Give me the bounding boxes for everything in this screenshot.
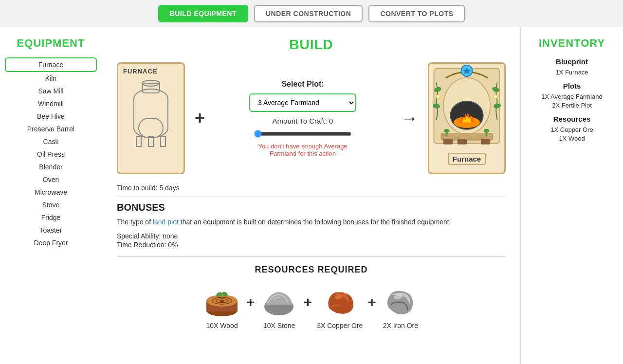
arrow-icon: → (401, 108, 418, 128)
equipment-item-toaster[interactable]: Toaster (5, 224, 97, 237)
svg-point-24 (444, 129, 450, 133)
wood-svg (204, 286, 240, 318)
time-reduction-line: Time Reduction: 0% (117, 241, 506, 249)
land-plot-link[interactable]: land plot (153, 218, 179, 226)
build-area: FURNACE + (117, 62, 506, 174)
equipment-item-cask[interactable]: Cask (5, 135, 97, 148)
special-ability-line: Special Ability: none (117, 232, 506, 240)
equipment-item-blender[interactable]: Blender (5, 161, 97, 173)
wood-icon (202, 285, 241, 319)
equipment-item-oil-press[interactable]: Oil Press (5, 148, 97, 161)
inventory-title: INVENTORY (526, 37, 618, 50)
bonuses-title: BONUSES (117, 202, 506, 213)
svg-rect-5 (161, 137, 165, 146)
resources-row: 10X Wood + 10X Stone + (117, 285, 506, 329)
center-content: BUILD FURNACE (102, 27, 521, 364)
svg-rect-1 (142, 83, 160, 93)
bonuses-section: BONUSES The type of land plot that an eq… (117, 202, 506, 249)
equipment-item-sawmill[interactable]: Saw Mill (5, 85, 97, 97)
svg-rect-20 (443, 139, 453, 145)
divider-2 (117, 256, 506, 257)
equipment-item-microwave[interactable]: Microwave (5, 186, 97, 199)
equipment-sidebar: EQUIPMENT Furnace Kiln Saw Mill Windmill… (0, 27, 102, 364)
plot-select[interactable]: 3 Average Farmland 1 Fertile Plot (249, 93, 356, 112)
equipment-item-beehive[interactable]: Bee Hive (5, 110, 97, 123)
resources-section: RESOURCES REQUIRED (117, 265, 506, 329)
plot-item-1: 2X Fertile Plot (526, 102, 618, 109)
select-plot-label: Select Plot: (281, 80, 324, 89)
stone-svg (261, 286, 297, 318)
inv-resource-0: 1X Copper Ore (526, 126, 618, 133)
plus-icon-2: + (304, 294, 312, 310)
time-to-build: Time to build: 5 days (117, 184, 506, 192)
divider-1 (117, 197, 506, 197)
plus-icon: + (195, 108, 205, 128)
resources-section-title: Resources (526, 115, 618, 123)
wood-label: 10X Wood (206, 322, 238, 329)
build-equipment-button[interactable]: BUILD EQUIPMENT (158, 5, 248, 22)
svg-rect-3 (136, 137, 141, 146)
build-title: BUILD (117, 37, 506, 53)
equipment-item-deep-fryer[interactable]: Deep Fryer (5, 237, 97, 249)
equipment-item-kiln[interactable]: Kiln (5, 72, 97, 85)
blueprint-label: FURNACE (123, 68, 158, 75)
equipment-list: Furnace Kiln Saw Mill Windmill Bee Hive … (5, 57, 97, 249)
equipment-item-stove[interactable]: Stove (5, 199, 97, 211)
equipment-item-furnace[interactable]: Furnace (5, 57, 97, 72)
svg-point-32 (220, 300, 224, 302)
resource-iron: 2X Iron Ore (381, 285, 420, 329)
plus-icon-1: + (246, 294, 255, 310)
resource-copper: 3X Copper Ore (317, 285, 363, 329)
equipment-item-oven[interactable]: Oven (5, 173, 97, 186)
equipment-title: EQUIPMENT (5, 37, 97, 50)
iron-svg (382, 286, 419, 318)
plus-icon-3: + (367, 294, 376, 310)
svg-point-26 (484, 129, 490, 133)
bonuses-description: The type of land plot that an equipment … (117, 217, 506, 227)
plot-item-0: 1X Average Farmland (526, 93, 618, 100)
amount-slider[interactable] (254, 130, 351, 138)
svg-point-15 (494, 95, 497, 99)
blueprint-card: FURNACE (117, 62, 185, 174)
stone-label: 10X Stone (263, 322, 295, 329)
svg-rect-2 (139, 118, 163, 138)
equipment-item-preserve-barrel[interactable]: Preserve Barrel (5, 123, 97, 135)
iron-label: 2X Iron Ore (383, 322, 418, 329)
copper-svg (322, 286, 358, 318)
furnace-blueprint-svg (127, 79, 175, 157)
copper-label: 3X Copper Ore (317, 322, 363, 329)
copper-icon (320, 285, 359, 319)
resources-title: RESOURCES REQUIRED (117, 265, 506, 275)
inv-resource-1: 1X Wood (526, 135, 618, 142)
stone-icon (260, 285, 299, 319)
furnace-name-tag: Furnace (448, 153, 486, 165)
resource-wood: 10X Wood (202, 285, 241, 329)
iron-icon (381, 285, 420, 319)
furnace-built-card: Furnace (428, 62, 506, 174)
error-message: You don't have enough Average Farmland f… (254, 143, 351, 157)
equipment-item-windmill[interactable]: Windmill (5, 97, 97, 110)
blueprint-item: 1X Furnace (526, 69, 618, 76)
resource-stone: 10X Stone (260, 285, 299, 329)
main-layout: EQUIPMENT Furnace Kiln Saw Mill Windmill… (0, 27, 623, 364)
svg-point-14 (436, 95, 440, 99)
convert-to-plots-button[interactable]: CONVERT TO PLOTS (368, 5, 465, 22)
build-controls: Select Plot: 3 Average Farmland 1 Fertil… (215, 80, 391, 157)
blueprint-section-title: Blueprint (526, 57, 618, 66)
inventory-sidebar: INVENTORY Blueprint 1X Furnace Plots 1X … (521, 27, 623, 364)
equipment-item-fridge[interactable]: Fridge (5, 211, 97, 224)
amount-to-craft-label: Amount To Craft: 0 (273, 117, 333, 125)
furnace-built-svg (430, 64, 503, 153)
plots-section-title: Plots (526, 82, 618, 90)
svg-rect-22 (481, 139, 490, 145)
svg-rect-21 (458, 139, 467, 145)
under-construction-button[interactable]: UNDER CONSTRUCTION (254, 5, 363, 22)
top-navigation: BUILD EQUIPMENT UNDER CONSTRUCTION CONVE… (0, 0, 623, 27)
